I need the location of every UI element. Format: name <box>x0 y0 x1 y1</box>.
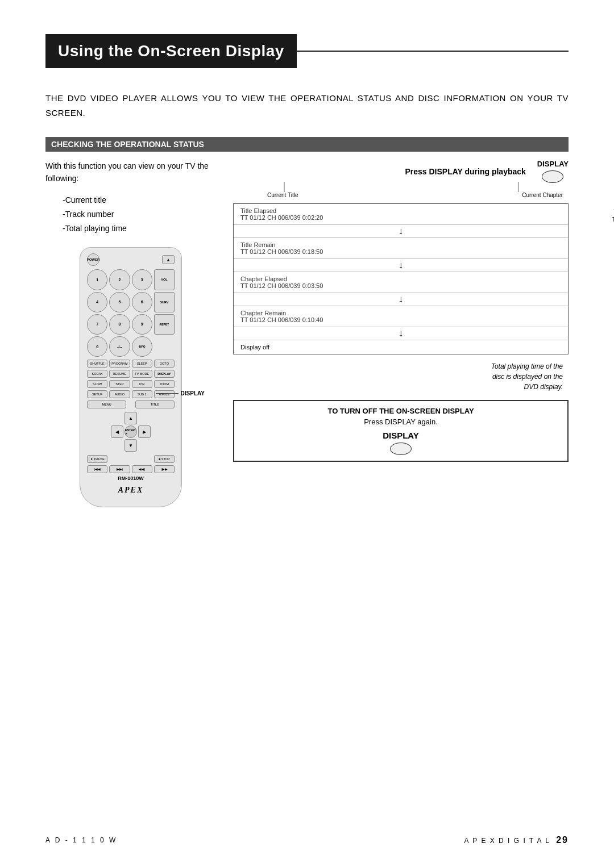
display-label-top: DISPLAY <box>537 160 569 168</box>
setup-btn: SETUP <box>87 390 107 398</box>
osd-row-title-remain: Title Remain TT 01/12 CH 006/039 0:18:50 <box>234 238 568 259</box>
transport-row: |◀◀ ▶▶| ◀◀| |▶▶ <box>87 465 175 473</box>
num-0: 0 <box>87 336 107 357</box>
rew-btn: ◀◀| <box>132 465 152 473</box>
ffd-btn: ▶▶| <box>109 465 130 473</box>
osd-label-0: Title Elapsed <box>240 207 561 214</box>
nav-cross: ▲ ◀ ENTER/► ▶ ▼ <box>111 412 151 452</box>
turnoff-body: Press DISPLAY again. <box>246 418 556 426</box>
title-divider <box>297 51 569 52</box>
list-item: -Track number <box>63 207 216 222</box>
pn-btn: P/N <box>132 380 152 388</box>
num-6: 6 <box>132 292 152 312</box>
display-button-group: DISPLAY <box>537 160 569 183</box>
osd-row-chapter-elapsed: Chapter Elapsed TT 01/12 CH 006/039 0:03… <box>234 272 568 293</box>
sleep-btn: SLEEP <box>132 360 152 368</box>
italic-caption: Total playing time of thedisc is display… <box>233 361 569 392</box>
step-btn: STEP <box>109 380 130 388</box>
title-btn: TITLE <box>135 400 175 408</box>
list-item: -Current title <box>63 193 216 207</box>
press-display-text: Press DISPLAY during playback <box>405 167 525 176</box>
nav-enter: ENTER/► <box>125 425 137 438</box>
feature-list: -Current title -Track number -Total play… <box>45 193 216 236</box>
info-btn: INFO <box>132 336 152 357</box>
turnoff-display-button[interactable] <box>390 443 412 455</box>
arrow-2: ↓ <box>234 259 568 272</box>
numpad: 1 2 3 VOL 4 5 6 SURV 7 8 9 REPET 0 -/-- <box>87 269 175 357</box>
num-4: 4 <box>87 292 107 312</box>
arrow-1: ↓ <box>234 225 568 238</box>
num-8: 8 <box>109 314 130 335</box>
menu-title-row: MENU TITLE <box>87 400 175 408</box>
footer: A D - 1 1 1 0 W A P E X D I G I T A L 29 <box>45 835 569 845</box>
osd-data-3: TT 01/12 CH 006/039 0:10:40 <box>240 316 561 323</box>
audio-btn: AUDIO <box>109 390 130 398</box>
num-3: 3 <box>132 269 152 290</box>
osd-row-chapter-remain: Chapter Remain TT 01/12 CH 006/039 0:10:… <box>234 306 568 327</box>
section-header: CHECKING THE OPERATIONAL STATUS <box>45 137 569 152</box>
pause-stop-row: ⏸ PAUSE ■ STOP <box>87 455 175 463</box>
slow-btn: SLOW <box>87 380 107 388</box>
annotation-top: Current Title Current Chapter <box>233 192 569 203</box>
left-column: With this function you can view on your … <box>45 160 216 507</box>
nav-cluster: ▲ ◀ ENTER/► ▶ ▼ <box>87 412 175 452</box>
prev-btn: |◀◀ <box>87 465 107 473</box>
nav-down: ▼ <box>125 439 137 452</box>
remote-illustration: POWER ▲ 1 2 3 VOL 4 5 6 SURV 7 8 <box>45 247 216 507</box>
function-row-3: SLOW STEP P/N ZOOM <box>87 380 175 388</box>
turnoff-box: TO TURN OFF THE ON-SCREEN DISPLAY Press … <box>233 400 569 462</box>
sub1-btn: SUB 1 <box>132 390 152 398</box>
footer-model: A D - 1 1 1 0 W <box>45 836 117 844</box>
display-annotation: DISPLAY <box>156 390 205 397</box>
program-btn: PROGRAM <box>109 360 130 368</box>
osd-label-1: Title Remain <box>240 241 561 248</box>
zoom-btn: ZOOM <box>154 380 175 388</box>
osd-label-2: Chapter Elapsed <box>240 276 561 282</box>
list-item: -Total playing time <box>63 222 216 236</box>
nav-left: ◀ <box>111 425 123 438</box>
repeat-btn: REPET <box>154 314 175 335</box>
current-title-label: Current Title <box>267 192 298 198</box>
page: Using the On-Screen Display THE DVD VIDE… <box>0 0 614 868</box>
remote-model-label: RM-1010W <box>87 475 175 481</box>
menu-btn: MENU <box>87 400 126 408</box>
survey-btn: SURV <box>154 292 175 312</box>
osd-row-title-elapsed: Title Elapsed TT 01/12 CH 006/039 0:02:2… <box>234 204 568 225</box>
main-content: With this function you can view on your … <box>45 160 569 507</box>
press-display-row: Press DISPLAY during playback DISPLAY <box>233 160 569 183</box>
resume-btn: RESUME <box>109 370 130 378</box>
eject-button-remote: ▲ <box>162 255 175 264</box>
kodak-btn: KODAK <box>87 370 107 378</box>
footer-brand-page: A P E X D I G I T A L 29 <box>464 835 569 845</box>
page-title: Using the On-Screen Display <box>58 42 284 60</box>
remote-logo: APEX <box>87 483 175 495</box>
num-9: 9 <box>132 314 152 335</box>
right-column: Press DISPLAY during playback DISPLAY Cu… <box>233 160 569 462</box>
title-bar: Using the On-Screen Display <box>45 34 297 68</box>
num-1: 1 <box>87 269 107 290</box>
function-row-1: SHUFFLE PROGRAM SLEEP GOTO <box>87 360 175 368</box>
pause-btn: ⏸ PAUSE <box>87 455 107 463</box>
osd-data-0: TT 01/12 CH 006/039 0:02:20 <box>240 214 561 221</box>
display-btn-remote: DISPLAY <box>154 370 175 378</box>
dash-btn: -/-- <box>109 336 130 357</box>
function-row-2: KODAK RESUME TV MODE DISPLAY <box>87 370 175 378</box>
power-button-remote: POWER <box>87 253 99 266</box>
annotation-lines <box>233 181 569 192</box>
arrow-4: ↓ <box>234 327 568 340</box>
osd-label-3: Chapter Remain <box>240 310 561 316</box>
osd-data-1: TT 01/12 CH 006/039 0:18:50 <box>240 248 561 255</box>
turnoff-title: TO TURN OFF THE ON-SCREEN DISPLAY <box>246 407 556 415</box>
shuffle-btn: SHUFFLE <box>87 360 107 368</box>
current-chapter-label: Current Chapter <box>522 192 563 198</box>
ff-btn: |▶▶ <box>154 465 175 473</box>
title-line: Using the On-Screen Display <box>45 34 569 68</box>
turnoff-display-label: DISPLAY <box>246 431 556 440</box>
remote-control: POWER ▲ 1 2 3 VOL 4 5 6 SURV 7 8 <box>80 247 182 507</box>
mode-btn: TV MODE <box>132 370 152 378</box>
osd-diagram: Total Chapter Total Title Title Elapsed … <box>233 203 569 354</box>
footer-page-number: 29 <box>556 835 569 845</box>
nav-up: ▲ <box>125 412 137 424</box>
osd-display-off: Display off <box>234 340 568 354</box>
num-7: 7 <box>87 314 107 335</box>
